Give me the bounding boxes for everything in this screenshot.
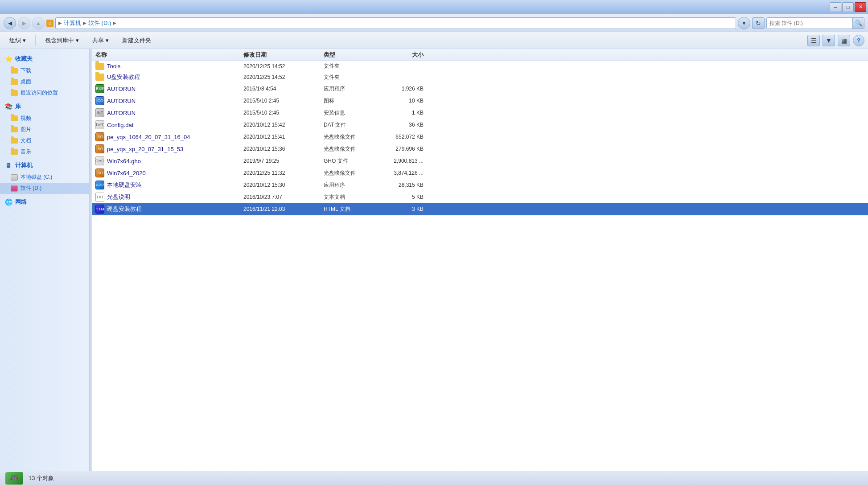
sidebar-item-drive-d[interactable]: 软件 (D:) (0, 183, 89, 194)
sidebar-item-documents[interactable]: 文档 (0, 135, 89, 146)
sidebar-section-header-network[interactable]: 🌐 网络 (0, 196, 89, 208)
view-options-button[interactable]: ▼ (823, 35, 835, 46)
table-row[interactable]: U盘安装教程 2020/12/25 14:52 文件夹 (92, 72, 868, 83)
search-input[interactable] (767, 20, 852, 26)
forward-icon: ▶ (22, 20, 26, 26)
preview-button[interactable]: ▦ (838, 35, 850, 46)
file-date-2: 2016/1/8 4:54 (243, 86, 324, 92)
desktop-folder-icon (11, 79, 18, 85)
library-icon: 📚 (4, 103, 12, 111)
file-cell-name-12: HTM 硬盘安装教程 (92, 205, 243, 214)
drive-d-icon (11, 185, 18, 192)
file-date-10: 2020/10/12 15:30 (243, 182, 324, 188)
file-content: 名称 修改日期 类型 大小 Tools 2020/12/25 14:52 文件夹… (92, 49, 868, 471)
file-size-6: 652,072 KB (377, 134, 431, 140)
table-row[interactable]: ICO AUTORUN 2015/5/10 2:45 图标 10 KB (92, 95, 868, 107)
inf-icon: INF (95, 108, 104, 117)
addressbar: ◀ ▶ ▲ D ▶ 计算机 ▶ 软件 (D:) ▶ ▼ ↻ 🔍 (0, 14, 868, 32)
sidebar-section-network: 🌐 网络 (0, 196, 89, 208)
share-button[interactable]: 共享 ▾ (86, 34, 115, 47)
file-cell-name-9: ISO Win7x64_2020 (92, 169, 243, 177)
file-type-4: 安装信息 (324, 109, 377, 117)
dat-icon: DAT (95, 120, 104, 129)
table-row[interactable]: Tools 2020/12/25 14:52 文件夹 (92, 61, 868, 72)
file-size-5: 36 KB (377, 122, 431, 128)
sidebar-item-drive-c[interactable]: 本地磁盘 (C:) (0, 172, 89, 183)
sidebar-item-label-drive-d: 软件 (D:) (21, 185, 41, 192)
app-install-icon: APP (95, 181, 104, 189)
minimize-button[interactable]: ─ (830, 2, 841, 12)
sidebar-section-computer: 🖥 计算机 本地磁盘 (C:) 软件 (D:) (0, 159, 89, 194)
file-date-5: 2020/10/12 15:42 (243, 122, 324, 128)
sidebar-section-header-library[interactable]: 📚 库 (0, 100, 89, 113)
file-name-1: U盘安装教程 (107, 73, 140, 81)
breadcrumb-item-drive[interactable]: 软件 (D:) (88, 19, 111, 27)
new-folder-button[interactable]: 新建文件夹 (116, 34, 157, 47)
sidebar-section-label-computer: 计算机 (15, 161, 33, 169)
sidebar-item-pictures[interactable]: 图片 (0, 124, 89, 135)
sidebar-item-desktop[interactable]: 桌面 (0, 76, 89, 87)
help-button[interactable]: ? (853, 35, 864, 46)
sidebar-item-label-desktop: 桌面 (21, 78, 31, 86)
address-drive-icon: D (46, 20, 53, 27)
sidebar-section-label-library: 库 (15, 103, 21, 111)
file-name-5: Config.dat (107, 122, 133, 128)
sidebar-item-music[interactable]: 音乐 (0, 146, 89, 157)
status-text: 13 个对象 (29, 474, 54, 482)
refresh-icon: ↻ (756, 20, 761, 27)
breadcrumb-item-computer[interactable]: 计算机 (64, 19, 81, 27)
column-header-date[interactable]: 修改日期 (243, 51, 324, 59)
dropdown-button[interactable]: ▼ (738, 17, 750, 29)
file-cell-name-5: DAT Config.dat (92, 120, 243, 129)
file-size-9: 3,874,126 ... (377, 170, 431, 176)
statusbar: 🎮 13 个对象 (0, 471, 868, 485)
sidebar-section-label-network: 网络 (15, 198, 27, 206)
share-dropdown-icon: ▾ (106, 37, 109, 44)
file-name-0: Tools (107, 63, 120, 70)
sidebar-section-header-favorites[interactable]: ⭐ 收藏夹 (0, 53, 89, 65)
table-row[interactable]: GHO Win7x64.gho 2019/9/7 19:25 GHO 文件 2,… (92, 155, 868, 167)
view-button[interactable]: ☰ (807, 35, 820, 46)
new-folder-label: 新建文件夹 (122, 37, 151, 45)
table-row[interactable]: ISO pe_yqs_xp_20_07_31_15_53 2020/10/12 … (92, 143, 868, 155)
downloads-folder-icon (11, 68, 18, 74)
table-row[interactable]: ISO pe_yqs_1064_20_07_31_16_04 2020/10/1… (92, 131, 868, 143)
pictures-folder-icon (11, 127, 18, 132)
file-cell-name-4: INF AUTORUN (92, 108, 243, 117)
table-row[interactable]: DAT Config.dat 2020/10/12 15:42 DAT 文件 3… (92, 119, 868, 131)
include-library-button[interactable]: 包含到库中 ▾ (39, 34, 85, 47)
file-cell-name-1: U盘安装教程 (92, 73, 243, 81)
column-header-name[interactable]: 名称 (92, 51, 243, 59)
maximize-button[interactable]: □ (842, 2, 854, 12)
file-name-12: 硬盘安装教程 (107, 205, 142, 213)
table-row[interactable]: APP 本地硬盘安装 2020/10/12 15:30 应用程序 28,315 … (92, 179, 868, 191)
file-date-7: 2020/10/12 15:36 (243, 146, 324, 152)
file-type-2: 应用程序 (324, 85, 377, 93)
file-size-3: 10 KB (377, 98, 431, 104)
column-header-type[interactable]: 类型 (324, 51, 377, 59)
table-row[interactable]: ISO Win7x64_2020 2020/12/25 11:32 光盘映像文件… (92, 167, 868, 179)
file-name-9: Win7x64_2020 (107, 170, 146, 177)
titlebar-buttons: ─ □ ✕ (830, 2, 866, 12)
table-row[interactable]: EXE AUTORUN 2016/1/8 4:54 应用程序 1,926 KB (92, 83, 868, 95)
table-row[interactable]: INF AUTORUN 2015/5/10 2:45 安装信息 1 KB (92, 107, 868, 119)
breadcrumb-separator-1: ▶ (83, 21, 86, 25)
search-button[interactable]: 🔍 (852, 18, 864, 29)
sidebar-section-header-computer[interactable]: 🖥 计算机 (0, 159, 89, 172)
table-row[interactable]: HTM 硬盘安装教程 2016/11/21 22:03 HTML 文档 3 KB (92, 203, 868, 215)
organize-button[interactable]: 组织 ▾ (4, 34, 32, 47)
table-row[interactable]: TXT 光盘说明 2016/10/23 7:07 文本文档 5 KB (92, 191, 868, 203)
sidebar-item-videos[interactable]: 视频 (0, 113, 89, 124)
exe-icon: EXE (95, 84, 104, 93)
sidebar-item-recent[interactable]: 最近访问的位置 (0, 87, 89, 99)
view-icon: ☰ (811, 37, 817, 44)
forward-button[interactable]: ▶ (18, 17, 30, 29)
up-button[interactable]: ▲ (32, 17, 45, 29)
back-button[interactable]: ◀ (4, 17, 16, 29)
refresh-button[interactable]: ↻ (752, 17, 765, 29)
close-button[interactable]: ✕ (855, 2, 866, 12)
column-header-size[interactable]: 大小 (377, 51, 431, 59)
sidebar-item-downloads[interactable]: 下载 (0, 65, 89, 76)
file-size-8: 2,900,813 ... (377, 158, 431, 164)
gho-icon: GHO (95, 156, 104, 165)
